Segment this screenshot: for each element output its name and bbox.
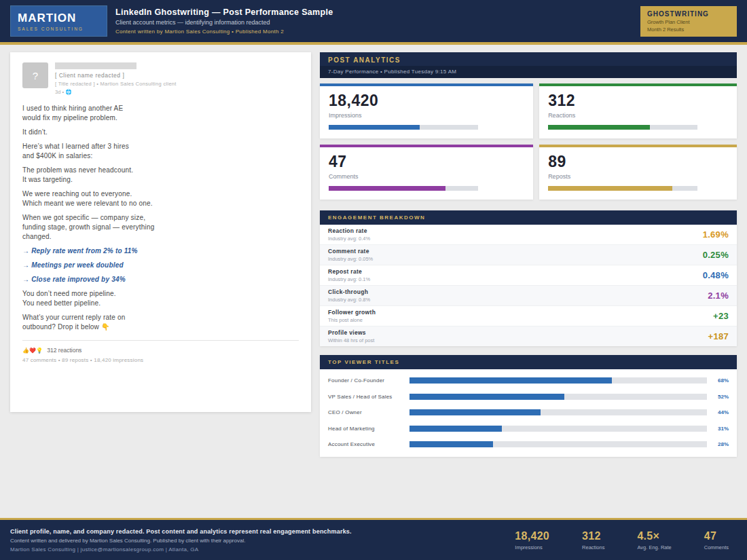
metric-value: 18,420 [329,92,524,110]
metric-bar-track [329,186,478,191]
engagement-benchmark: Industry avg: 0.8% [328,297,370,303]
viewer-title-label: CEO / Owner [328,409,404,415]
footer-stat-value: 4.5× [637,530,671,542]
engagement-row: Profile viewsWithin 48 hrs of post +187 [320,326,737,346]
viewer-percent: 31% [712,426,729,432]
post-author-meta: [ Title redacted ] • Martion Sales Consu… [55,81,177,87]
metric-bar-track [548,125,697,130]
post-stats-line: 47 comments • 89 reposts • 18,420 impres… [22,357,299,363]
brand-logo: MARTION SALES CONSULTING [10,5,107,37]
metric-card-impressions: 18,420 Impressions [320,83,533,138]
engagement-label: Reaction rate [328,227,370,234]
post-paragraph: When we got specific — company size, fun… [22,213,299,242]
footer-bar: Client profile, name, and company redact… [0,520,747,560]
engagement-value: +23 [713,311,729,321]
viewer-bar-track [409,441,707,447]
metric-card-reactions: 312 Reactions [539,83,737,138]
viewer-bar-fill [409,426,502,432]
footer: Client profile, name, and company redact… [0,518,747,560]
analytics-column: POST ANALYTICS 7-Day Performance • Publi… [320,52,737,510]
post-author-name: [ Client name redacted ] [55,72,177,79]
engagement-label: Repost rate [328,268,370,275]
metrics-grid: 18,420 Impressions 312 Reactions 47 Comm… [320,83,737,200]
analytics-title: POST ANALYTICS [320,52,737,66]
linkedin-post-card: ? [ Client name redacted ] [ Title redac… [10,52,311,412]
viewer-bar-track [409,409,707,415]
footer-stat-reactions: 312 Reactions [582,530,604,550]
post-bullet: → Close rate improved by 34% [22,275,299,284]
brand-name: MARTION [18,12,107,25]
metric-label: Comments [329,173,524,180]
footer-attribution: Content written and delivered by Martion… [10,538,352,544]
metric-value: 89 [548,153,728,171]
post-body: I used to think hiring another AE would … [22,104,299,332]
reactions-count: 312 reactions [47,347,81,354]
top-viewer-titles-panel: TOP VIEWER TITLES Founder / Co-Founder 6… [320,355,737,457]
analytics-subtitle: 7-Day Performance • Published Tuesday 9:… [320,66,737,78]
footer-contact: Martion Sales Consulting | justice@marti… [10,546,352,553]
post-paragraph: We were reaching out to everyone. Which … [22,189,299,208]
engagement-label: Follower growth [328,309,376,316]
engagement-label: Profile views [328,329,374,336]
engagement-breakdown-panel: ENGAGEMENT BREAKDOWN Reaction rateIndust… [320,210,737,346]
engagement-value: +187 [708,331,729,341]
viewer-title-label: Head of Marketing [328,426,404,432]
viewer-title-row: Founder / Co-Founder 68% [328,373,729,389]
viewer-title-label: Account Executive [328,441,404,447]
metric-bar-track [329,125,478,130]
post-bullet-list: → Reply rate went from 2% to 11% → Meeti… [22,246,299,284]
post-bullet: → Meetings per week doubled [22,261,299,270]
metric-bar-fill [548,125,650,130]
post-reactions-row: 👍❤️💡 312 reactions [22,347,299,354]
engagement-benchmark: Industry avg: 0.1% [328,276,370,282]
engagement-row: Follower growthThis post alone +23 [320,306,737,326]
footer-stat-eng-rate: 4.5× Avg. Eng. Rate [637,530,671,550]
metric-label: Reposts [548,173,728,180]
footer-stat-label: Impressions [515,544,549,550]
engagement-row: Repost rateIndustry avg: 0.1% 0.48% [320,265,737,286]
metric-label: Reactions [548,112,728,119]
avatar: ? [22,62,48,88]
viewer-title-label: Founder / Co-Founder [328,377,404,384]
footer-stat-value: 47 [704,530,729,542]
engagement-row: Reaction rateIndustry avg: 0.4% 1.69% [320,225,737,245]
page: MARTION SALES CONSULTING LinkedIn Ghostw… [0,0,747,560]
ghostwriting-badge: GHOSTWRITING Growth Plan Client Month 2 … [640,6,737,37]
post-paragraph: What’s your current reply rate on outbou… [22,313,299,332]
metric-value: 312 [548,92,728,110]
metric-bar-fill [329,125,420,130]
footer-stat-label: Comments [704,544,729,550]
main-content: ? [ Client name redacted ] [ Title redac… [0,45,747,518]
footer-stat-impressions: 18,420 Impressions [515,530,549,550]
page-byline: Content written by Martion Sales Consult… [115,29,640,35]
engagement-benchmark: Within 48 hrs of post [328,337,374,343]
post-divider [22,340,299,341]
page-subtitle: Client account metrics — identifying inf… [115,19,640,26]
engagement-value: 1.69% [703,229,729,240]
engagement-benchmark: This post alone [328,317,376,323]
post-paragraph: Here’s what I learned after 3 hires and … [22,142,299,161]
footer-stat-value: 18,420 [515,530,549,542]
engagement-row: Comment rateIndustry avg: 0.05% 0.25% [320,245,737,265]
metric-bar-track [548,186,697,191]
metric-bar-fill [329,186,445,191]
post-identity: [ Client name redacted ] [ Title redacte… [55,62,177,95]
post-paragraph: I used to think hiring another AE would … [22,104,299,123]
footer-stat-comments: 47 Comments [704,530,729,550]
engagement-row: Click-throughIndustry avg: 0.8% 2.1% [320,286,737,306]
engagement-benchmark: Industry avg: 0.4% [328,236,370,242]
metric-value: 47 [329,153,524,171]
redacted-name-bar [55,62,136,69]
header-text: LinkedIn Ghostwriting — Post Performance… [115,7,640,35]
metric-bar-fill [548,186,672,191]
badge-line-2: Month 2 Results [647,26,730,33]
viewer-title-row: VP Sales / Head of Sales 52% [328,389,729,405]
viewer-bar-fill [409,409,541,415]
viewer-bar-track [409,426,707,432]
footer-stat-value: 312 [582,530,604,542]
viewer-bar-fill [409,394,564,400]
header-bar: MARTION SALES CONSULTING LinkedIn Ghostw… [0,0,747,42]
post-paragraph: The problem was never headcount. It was … [22,166,299,185]
footer-disclaimer: Client profile, name, and company redact… [10,528,352,535]
engagement-value: 0.48% [703,270,729,280]
